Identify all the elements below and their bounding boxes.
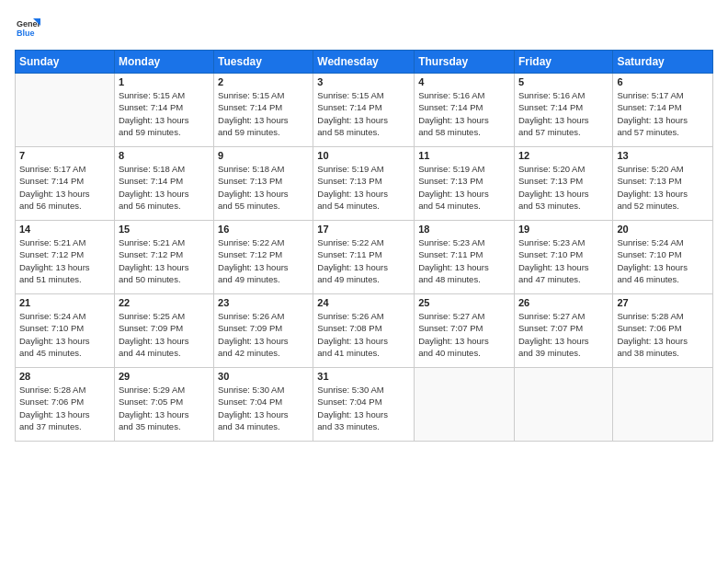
day-info: Sunrise: 5:30 AMSunset: 7:04 PMDaylight:… — [317, 384, 410, 432]
day-number: 5 — [518, 76, 609, 87]
calendar-cell: 15Sunrise: 5:21 AMSunset: 7:12 PMDayligh… — [114, 221, 213, 294]
calendar-week-4: 28Sunrise: 5:28 AMSunset: 7:06 PMDayligh… — [16, 368, 713, 442]
day-number: 11 — [418, 150, 510, 161]
day-number: 21 — [19, 297, 110, 308]
day-number: 31 — [317, 371, 410, 382]
day-info: Sunrise: 5:19 AMSunset: 7:13 PMDaylight:… — [418, 163, 510, 212]
calendar-cell: 27Sunrise: 5:28 AMSunset: 7:06 PMDayligh… — [613, 294, 713, 368]
day-number: 12 — [518, 150, 609, 161]
calendar-cell: 5Sunrise: 5:16 AMSunset: 7:14 PMDaylight… — [514, 74, 612, 147]
day-info: Sunrise: 5:17 AMSunset: 7:14 PMDaylight:… — [19, 163, 110, 212]
calendar-cell — [613, 368, 713, 442]
day-number: 9 — [218, 150, 309, 161]
day-info: Sunrise: 5:19 AMSunset: 7:13 PMDaylight:… — [317, 163, 410, 212]
calendar-cell: 3Sunrise: 5:15 AMSunset: 7:14 PMDaylight… — [313, 74, 415, 147]
day-info: Sunrise: 5:18 AMSunset: 7:14 PMDaylight:… — [119, 163, 210, 212]
day-info: Sunrise: 5:28 AMSunset: 7:06 PMDaylight:… — [19, 384, 110, 432]
day-info: Sunrise: 5:20 AMSunset: 7:13 PMDaylight:… — [617, 163, 709, 212]
calendar-cell: 14Sunrise: 5:21 AMSunset: 7:12 PMDayligh… — [16, 221, 115, 294]
calendar-cell: 26Sunrise: 5:27 AMSunset: 7:07 PMDayligh… — [514, 294, 612, 368]
calendar-header-tuesday: Tuesday — [214, 51, 313, 74]
calendar-cell: 2Sunrise: 5:15 AMSunset: 7:14 PMDaylight… — [214, 74, 313, 147]
calendar-week-3: 21Sunrise: 5:24 AMSunset: 7:10 PMDayligh… — [16, 294, 713, 368]
calendar-cell: 24Sunrise: 5:26 AMSunset: 7:08 PMDayligh… — [313, 294, 415, 368]
day-info: Sunrise: 5:23 AMSunset: 7:11 PMDaylight:… — [418, 236, 510, 285]
day-number: 25 — [418, 297, 510, 308]
logo-icon: General Blue — [15, 15, 40, 40]
calendar-cell: 11Sunrise: 5:19 AMSunset: 7:13 PMDayligh… — [415, 147, 515, 221]
day-number: 19 — [518, 224, 609, 235]
calendar-header-saturday: Saturday — [613, 51, 713, 74]
calendar-cell: 19Sunrise: 5:23 AMSunset: 7:10 PMDayligh… — [514, 221, 612, 294]
day-number: 17 — [317, 224, 410, 235]
calendar-cell: 31Sunrise: 5:30 AMSunset: 7:04 PMDayligh… — [313, 368, 415, 442]
calendar-cell: 16Sunrise: 5:22 AMSunset: 7:12 PMDayligh… — [214, 221, 313, 294]
calendar-table: SundayMondayTuesdayWednesdayThursdayFrid… — [15, 50, 713, 442]
calendar-cell: 25Sunrise: 5:27 AMSunset: 7:07 PMDayligh… — [415, 294, 515, 368]
day-info: Sunrise: 5:24 AMSunset: 7:10 PMDaylight:… — [19, 310, 110, 359]
calendar-header-monday: Monday — [114, 51, 213, 74]
day-info: Sunrise: 5:18 AMSunset: 7:13 PMDaylight:… — [218, 163, 309, 212]
day-number: 24 — [317, 297, 410, 308]
day-number: 6 — [617, 76, 709, 87]
calendar-cell: 30Sunrise: 5:30 AMSunset: 7:04 PMDayligh… — [214, 368, 313, 442]
day-info: Sunrise: 5:15 AMSunset: 7:14 PMDaylight:… — [119, 89, 210, 138]
calendar-header-thursday: Thursday — [415, 51, 515, 74]
day-info: Sunrise: 5:22 AMSunset: 7:12 PMDaylight:… — [218, 236, 309, 285]
day-number: 1 — [119, 76, 210, 87]
calendar-week-0: 1Sunrise: 5:15 AMSunset: 7:14 PMDaylight… — [16, 74, 713, 147]
day-number: 13 — [617, 150, 709, 161]
day-number: 3 — [317, 76, 410, 87]
calendar-header-sunday: Sunday — [16, 51, 115, 74]
day-number: 15 — [119, 224, 210, 235]
day-number: 8 — [119, 150, 210, 161]
day-info: Sunrise: 5:21 AMSunset: 7:12 PMDaylight:… — [119, 236, 210, 285]
day-number: 29 — [119, 371, 210, 382]
calendar-cell: 12Sunrise: 5:20 AMSunset: 7:13 PMDayligh… — [514, 147, 612, 221]
day-number: 23 — [218, 297, 309, 308]
day-number: 30 — [218, 371, 309, 382]
calendar-cell — [415, 368, 515, 442]
day-info: Sunrise: 5:24 AMSunset: 7:10 PMDaylight:… — [617, 236, 709, 285]
calendar-cell: 10Sunrise: 5:19 AMSunset: 7:13 PMDayligh… — [313, 147, 415, 221]
calendar-cell — [514, 368, 612, 442]
day-info: Sunrise: 5:20 AMSunset: 7:13 PMDaylight:… — [518, 163, 609, 212]
day-info: Sunrise: 5:26 AMSunset: 7:08 PMDaylight:… — [317, 310, 410, 359]
calendar-cell: 8Sunrise: 5:18 AMSunset: 7:14 PMDaylight… — [114, 147, 213, 221]
day-info: Sunrise: 5:29 AMSunset: 7:05 PMDaylight:… — [119, 384, 210, 432]
day-number: 10 — [317, 150, 410, 161]
page-header: General Blue — [15, 15, 713, 40]
day-number: 20 — [617, 224, 709, 235]
calendar-cell: 6Sunrise: 5:17 AMSunset: 7:14 PMDaylight… — [613, 74, 713, 147]
day-number: 22 — [119, 297, 210, 308]
calendar-cell: 20Sunrise: 5:24 AMSunset: 7:10 PMDayligh… — [613, 221, 713, 294]
day-info: Sunrise: 5:28 AMSunset: 7:06 PMDaylight:… — [617, 310, 709, 359]
day-number: 26 — [518, 297, 609, 308]
day-number: 7 — [19, 150, 110, 161]
calendar-cell: 7Sunrise: 5:17 AMSunset: 7:14 PMDaylight… — [16, 147, 115, 221]
day-info: Sunrise: 5:15 AMSunset: 7:14 PMDaylight:… — [317, 89, 410, 138]
calendar-cell: 9Sunrise: 5:18 AMSunset: 7:13 PMDaylight… — [214, 147, 313, 221]
day-info: Sunrise: 5:17 AMSunset: 7:14 PMDaylight:… — [617, 89, 709, 138]
calendar-cell: 1Sunrise: 5:15 AMSunset: 7:14 PMDaylight… — [114, 74, 213, 147]
day-info: Sunrise: 5:16 AMSunset: 7:14 PMDaylight:… — [418, 89, 510, 138]
day-number: 28 — [19, 371, 110, 382]
day-info: Sunrise: 5:16 AMSunset: 7:14 PMDaylight:… — [518, 89, 609, 138]
day-number: 16 — [218, 224, 309, 235]
day-info: Sunrise: 5:27 AMSunset: 7:07 PMDaylight:… — [418, 310, 510, 359]
day-info: Sunrise: 5:30 AMSunset: 7:04 PMDaylight:… — [218, 384, 309, 432]
day-number: 27 — [617, 297, 709, 308]
calendar-week-1: 7Sunrise: 5:17 AMSunset: 7:14 PMDaylight… — [16, 147, 713, 221]
day-info: Sunrise: 5:21 AMSunset: 7:12 PMDaylight:… — [19, 236, 110, 285]
calendar-cell: 4Sunrise: 5:16 AMSunset: 7:14 PMDaylight… — [415, 74, 515, 147]
svg-text:Blue: Blue — [17, 29, 35, 38]
calendar-cell: 18Sunrise: 5:23 AMSunset: 7:11 PMDayligh… — [415, 221, 515, 294]
calendar-cell: 21Sunrise: 5:24 AMSunset: 7:10 PMDayligh… — [16, 294, 115, 368]
logo: General Blue — [15, 15, 44, 40]
day-info: Sunrise: 5:23 AMSunset: 7:10 PMDaylight:… — [518, 236, 609, 285]
day-info: Sunrise: 5:25 AMSunset: 7:09 PMDaylight:… — [119, 310, 210, 359]
day-info: Sunrise: 5:22 AMSunset: 7:11 PMDaylight:… — [317, 236, 410, 285]
day-number: 4 — [418, 76, 510, 87]
calendar-cell: 22Sunrise: 5:25 AMSunset: 7:09 PMDayligh… — [114, 294, 213, 368]
day-info: Sunrise: 5:15 AMSunset: 7:14 PMDaylight:… — [218, 89, 309, 138]
